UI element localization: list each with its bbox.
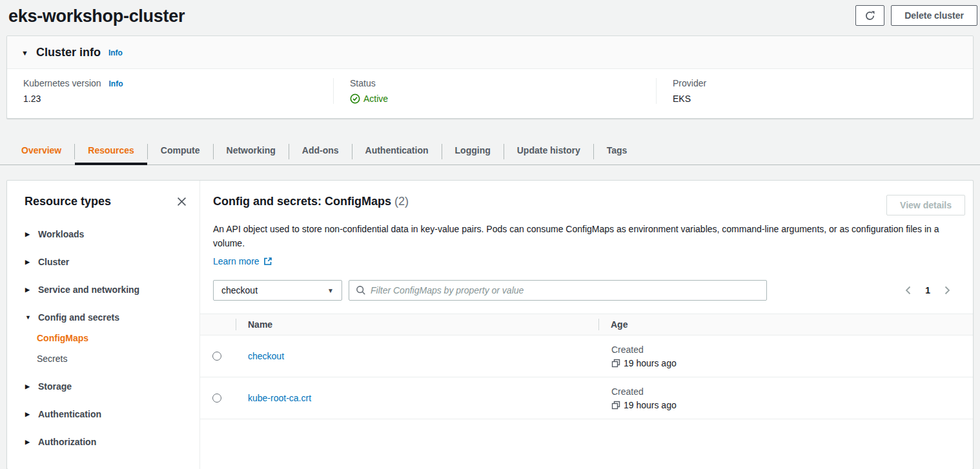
- close-icon: [177, 197, 187, 206]
- filter-input[interactable]: [371, 285, 760, 295]
- row-name-cell: checkout: [236, 350, 598, 362]
- table-header-row: Name Age: [200, 314, 973, 335]
- kubernetes-version-info-link[interactable]: Info: [109, 79, 123, 88]
- configmaps-count: (2): [394, 195, 409, 208]
- tab-compute[interactable]: Compute: [148, 138, 213, 165]
- collapse-triangle-icon[interactable]: ▼: [21, 49, 28, 57]
- filter-dropdown-value: checkout: [221, 285, 258, 295]
- configmap-name-link[interactable]: kube-root-ca.crt: [248, 393, 311, 403]
- sidebar-item-label: Config and secrets: [38, 312, 119, 323]
- sidebar-item-label: Authorization: [38, 437, 96, 447]
- created-label: Created: [611, 386, 973, 397]
- row-age-cell: Created 19 hours ago: [598, 386, 973, 410]
- sidebar-item-label: Authentication: [38, 409, 101, 419]
- kubernetes-version-label: Kubernetes version Info: [23, 78, 333, 88]
- page-title: eks-workshop-cluster: [8, 5, 185, 26]
- row-radio-button[interactable]: [212, 352, 221, 361]
- previous-page-button[interactable]: [902, 283, 914, 297]
- resource-types-sidebar: Resource types ▶ Workloads ▶ Cluster ▶ S: [7, 181, 199, 469]
- current-page-number[interactable]: 1: [925, 285, 930, 295]
- sidebar-item-label: Workloads: [38, 229, 84, 239]
- sidebar-item-storage[interactable]: ▶ Storage: [7, 381, 199, 392]
- sidebar-item-config-and-secrets[interactable]: ▼ Config and secrets: [7, 312, 199, 323]
- content-header: Config and secrets: ConfigMaps (2) View …: [200, 181, 973, 215]
- refresh-icon: [864, 10, 875, 21]
- copy-icon[interactable]: [611, 359, 620, 368]
- sidebar-item-configmaps[interactable]: ConfigMaps: [7, 333, 199, 343]
- chevron-right-icon: ▶: [25, 286, 32, 293]
- tab-tags[interactable]: Tags: [594, 138, 640, 165]
- row-age-cell: Created 19 hours ago: [598, 344, 973, 368]
- tab-networking[interactable]: Networking: [214, 138, 289, 165]
- caret-down-icon: ▼: [327, 287, 334, 294]
- age-value: 19 hours ago: [611, 358, 973, 368]
- tab-bar: Overview Resources Compute Networking Ad…: [0, 138, 980, 165]
- tab-logging[interactable]: Logging: [442, 138, 504, 165]
- cluster-info-info-link[interactable]: Info: [108, 48, 123, 57]
- external-link-icon: [263, 257, 272, 266]
- provider-label: Provider: [673, 78, 973, 88]
- delete-cluster-button[interactable]: Delete cluster: [891, 5, 977, 26]
- chevron-right-icon: ▶: [25, 383, 32, 390]
- view-details-button[interactable]: View details: [886, 195, 965, 215]
- row-select-cell: [200, 394, 236, 403]
- chevron-down-icon: ▼: [25, 314, 32, 321]
- cluster-info-header[interactable]: ▼ Cluster info Info: [7, 36, 973, 69]
- sidebar-item-service-and-networking[interactable]: ▶ Service and networking: [7, 284, 199, 295]
- row-name-cell: kube-root-ca.crt: [236, 392, 598, 404]
- table-row: checkout Created 19 hours ago: [200, 335, 973, 377]
- configmaps-description: An API object used to store non-confiden…: [200, 215, 973, 250]
- sidebar-item-label: Service and networking: [38, 284, 139, 295]
- sidebar-close-button[interactable]: [176, 195, 188, 208]
- tab-add-ons[interactable]: Add-ons: [289, 138, 352, 165]
- provider-field: Provider EKS: [656, 78, 973, 104]
- sidebar-item-label: Cluster: [38, 257, 69, 267]
- page-header: eks-workshop-cluster Delete cluster: [0, 0, 980, 30]
- pagination: 1: [902, 283, 965, 297]
- refresh-button[interactable]: [855, 5, 884, 26]
- sidebar-item-authentication[interactable]: ▶ Authentication: [7, 409, 199, 419]
- config-and-secrets-children: ConfigMaps Secrets: [7, 333, 199, 364]
- tab-resources[interactable]: Resources: [75, 138, 147, 165]
- content-title: Config and secrets: ConfigMaps (2): [213, 195, 409, 208]
- sidebar-item-secrets[interactable]: Secrets: [7, 354, 199, 364]
- sidebar-subgroup: ConfigMaps Secrets: [7, 333, 199, 364]
- row-select-cell: [200, 352, 236, 361]
- table-row: kube-root-ca.crt Created 19 hours ago: [200, 377, 973, 419]
- filter-search-box: [349, 280, 767, 301]
- next-page-button[interactable]: [941, 283, 954, 297]
- tab-overview[interactable]: Overview: [8, 138, 74, 165]
- created-label: Created: [611, 344, 973, 355]
- cluster-info-title: Cluster info: [36, 46, 101, 59]
- sidebar-item-workloads[interactable]: ▶ Workloads: [7, 229, 199, 239]
- resources-panel: Resource types ▶ Workloads ▶ Cluster ▶ S: [6, 180, 974, 469]
- chevron-right-icon: ▶: [25, 231, 32, 237]
- search-icon: [356, 285, 366, 295]
- status-label: Status: [350, 78, 656, 88]
- configmap-name-link[interactable]: checkout: [248, 351, 284, 361]
- configmaps-content: Config and secrets: ConfigMaps (2) View …: [200, 181, 973, 469]
- sidebar-list: ▶ Workloads ▶ Cluster ▶ Service and netw…: [7, 229, 199, 447]
- configmaps-table: Name Age checkout Created: [200, 314, 973, 419]
- row-radio-button[interactable]: [212, 394, 221, 403]
- filter-dropdown[interactable]: checkout ▼: [213, 280, 342, 301]
- sidebar-item-cluster[interactable]: ▶ Cluster: [7, 257, 199, 267]
- tab-authentication[interactable]: Authentication: [352, 138, 442, 165]
- age-column-header: Age: [598, 319, 973, 330]
- status-badge: Active: [350, 94, 656, 104]
- kubernetes-version-value: 1.23: [23, 94, 333, 104]
- chevron-left-icon: [904, 286, 912, 295]
- tab-update-history[interactable]: Update history: [504, 138, 593, 165]
- sidebar-item-authorization[interactable]: ▶ Authorization: [7, 437, 199, 447]
- filter-row: checkout ▼: [200, 267, 973, 301]
- learn-more-link[interactable]: Learn more: [213, 256, 272, 266]
- column-divider: [598, 319, 599, 330]
- header-actions: Delete cluster: [855, 5, 979, 26]
- age-value: 19 hours ago: [611, 400, 973, 410]
- chevron-right-icon: ▶: [25, 439, 32, 445]
- copy-icon[interactable]: [611, 401, 620, 410]
- check-circle-icon: [350, 94, 360, 104]
- cluster-info-panel: ▼ Cluster info Info Kubernetes version I…: [6, 35, 974, 119]
- name-column-header: Name: [236, 319, 598, 330]
- learn-more-row: Learn more: [200, 250, 973, 267]
